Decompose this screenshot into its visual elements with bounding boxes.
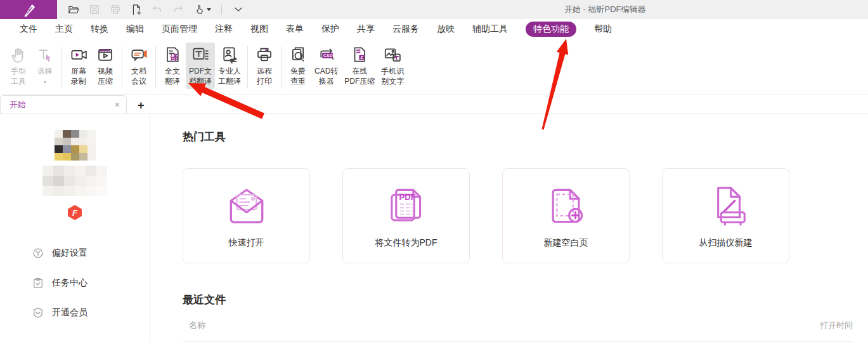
svg-text:译: 译 [169,53,178,62]
hot-tools-title: 热门工具 [183,129,853,144]
quick-open-icon [223,182,270,229]
save-icon[interactable] [88,3,101,16]
tool-online-pdf-compress[interactable]: Z 在线PDF压缩 [341,43,378,89]
card-new-blank-page[interactable]: 新建空白页 [502,168,630,263]
print-icon[interactable] [109,3,122,16]
plagiarism-check-icon [288,45,308,64]
menu-tab-accessibility[interactable]: 辅助工具 [472,23,508,35]
svg-text:Z: Z [361,55,363,60]
select-tool-icon [36,45,55,64]
pdf-doc-translate-icon [191,45,210,64]
tool-doc-meeting[interactable]: 文档会议 [126,43,152,89]
close-tab-icon[interactable]: × [115,100,120,109]
touch-mode-icon[interactable] [193,3,211,16]
hot-tools-cards: 快速打开 PDF 将文件转为PDF [183,168,853,263]
recent-files-title: 最近文件 [183,293,853,307]
dropdown-caret-icon: ▾ [44,79,46,85]
user-name-blurred [42,166,107,196]
tool-video-compress[interactable]: 视频压缩 [92,43,119,89]
tool-pdf-doc-translate[interactable]: PDF文档翻译 [186,43,215,89]
card-quick-open[interactable]: 快速打开 [183,168,310,263]
doc-meeting-icon [129,45,148,64]
menu-tab-view[interactable]: 视图 [250,23,268,35]
tool-select[interactable]: 选择▾ [32,43,58,90]
recent-files-header: 名称 打开时间 [183,320,853,342]
card-convert-to-pdf[interactable]: PDF 将文件转为PDF [342,168,470,263]
menu-tab-cloud[interactable]: 云服务 [392,23,419,35]
ribbon-divider [122,46,122,88]
menu-tab-special-features[interactable]: 特色功能 [526,22,576,37]
new-blank-page-icon [543,182,590,229]
ribbon-divider [281,46,282,88]
document-tab-start[interactable]: 开始 × [0,95,127,114]
scan-create-icon [703,182,749,229]
menu-tab-form[interactable]: 表单 [286,23,304,35]
tool-hand[interactable]: 手型工具 [5,43,32,89]
menu-tab-page-manage[interactable]: 页面管理 [162,23,197,35]
pro-translate-icon [220,45,239,64]
tool-pro-translate[interactable]: 专业人工翻译 [215,43,244,89]
open-folder-icon[interactable] [67,3,80,16]
remote-print-icon [255,45,274,64]
sidebar-item-preferences[interactable]: 偏好设置 [32,247,150,260]
tool-phone-ocr[interactable]: 手机识别文字 [378,43,407,89]
tool-remote-print[interactable]: 远程打印 [251,43,278,89]
foxit-badge-icon: F [68,205,82,220]
tool-full-text-translate[interactable]: 译 全文翻译 [159,43,186,89]
menu-tab-help[interactable]: 帮助 [594,23,612,35]
screen-record-icon [69,45,88,64]
document-tab-bar: 开始 × + [0,95,868,114]
new-file-icon[interactable] [130,3,143,16]
svg-text:CAD: CAD [323,53,333,58]
menu-tab-home[interactable]: 主页 [55,23,73,35]
quill-pen-icon [20,1,37,18]
menu-tab-comment[interactable]: 注释 [215,23,233,35]
convert-to-pdf-icon: PDF [383,182,430,229]
title-bar: 开始 - 福昕PDF编辑器 [0,0,868,19]
redo-icon[interactable] [172,3,185,16]
video-compress-icon [96,45,115,64]
sidebar: F 偏好设置 任务中心 开通会员 [0,114,150,342]
task-center-icon [32,277,44,289]
collapse-ribbon-icon[interactable] [232,3,245,16]
menu-tab-present[interactable]: 放映 [437,23,455,35]
column-open-time[interactable]: 打开时间 [820,320,853,331]
ribbon-divider [62,46,62,88]
tool-plagiarism-check[interactable]: 免费查重 [285,43,311,89]
app-logo[interactable] [0,0,57,19]
tool-cad-converter[interactable]: CAD CAD转换器 [311,43,341,89]
phone-ocr-icon [383,45,402,64]
membership-icon [32,306,44,319]
cad-converter-icon: CAD [317,45,336,64]
sidebar-menu: 偏好设置 任务中心 开通会员 [0,247,150,319]
user-avatar[interactable] [55,130,96,161]
toolbar-divider [221,5,222,15]
ribbon-toolbar: 手型工具 选择▾ 屏幕录制 视频压缩 文档会议 译 全文翻译 [0,39,868,95]
quick-access-toolbar [67,3,245,16]
new-tab-button[interactable]: + [138,100,145,111]
window-title: 开始 - 福昕PDF编辑器 [564,0,646,19]
svg-text:PDF: PDF [399,192,415,202]
undo-icon[interactable] [151,3,164,16]
online-pdf-compress-icon: Z [350,45,369,64]
menu-tab-share[interactable]: 共享 [357,23,375,35]
ribbon-divider [247,46,248,88]
card-scan-create[interactable]: 从扫描仪新建 [662,168,789,263]
menu-bar: 文件 主页 转换 编辑 页面管理 注释 视图 表单 保护 共享 云服务 放映 辅… [0,19,868,39]
ribbon-divider [155,46,156,88]
menu-tab-protect[interactable]: 保护 [321,23,339,35]
column-name[interactable]: 名称 [189,320,205,331]
main-panel: 热门工具 快速打开 PDF [150,114,868,342]
hand-tool-icon [9,45,28,64]
tool-screen-record[interactable]: 屏幕录制 [65,43,92,89]
sidebar-item-task-center[interactable]: 任务中心 [32,277,150,289]
menu-tab-convert[interactable]: 转换 [91,23,108,35]
preferences-icon [32,247,44,260]
menu-tab-file[interactable]: 文件 [20,23,37,35]
document-tab-label: 开始 [10,99,26,110]
menu-tab-edit[interactable]: 编辑 [126,23,144,35]
full-text-translate-icon: 译 [163,45,182,64]
content-area: F 偏好设置 任务中心 开通会员 热门工具 [0,114,868,342]
sidebar-item-membership[interactable]: 开通会员 [32,306,150,319]
